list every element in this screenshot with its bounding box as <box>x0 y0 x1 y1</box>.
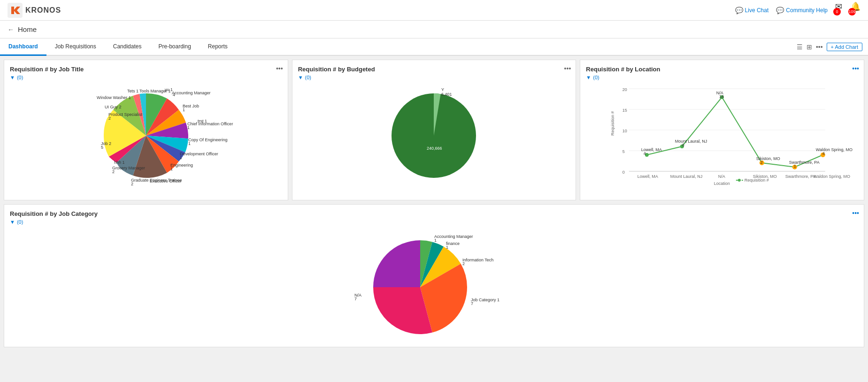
svg-text:1: 1 <box>170 167 173 171</box>
community-icon: 💬 <box>776 7 784 14</box>
chart3-line: 20 15 10 5 0 Requisition # <box>586 84 858 187</box>
svg-text:1: 1 <box>794 164 796 168</box>
add-chart-button[interactable]: + Add Chart <box>827 43 862 51</box>
svg-text:Mount Laural, NJ: Mount Laural, NJ <box>675 139 707 144</box>
chart2-menu[interactable]: ••• <box>564 65 571 72</box>
svg-text:0: 0 <box>622 170 625 175</box>
chart-job-category: Requisition # by Job Category ▼ (0) ••• <box>4 204 864 347</box>
header-left: KRONOS <box>8 3 61 18</box>
chart2-filter-label: (0) <box>305 75 311 80</box>
svg-text:4: 4 <box>644 151 646 156</box>
svg-text:Window Washer 1: Window Washer 1 <box>97 95 131 100</box>
svg-text:Swarthmore, PA: Swarthmore, PA <box>785 174 816 179</box>
svg-text:Y: Y <box>441 87 444 92</box>
chart2-filter: ▼ (0) <box>298 75 570 80</box>
back-button[interactable]: ← <box>8 26 14 33</box>
svg-text:4: 4 <box>822 151 825 156</box>
chart2-pie: Y 6,401 240,666 <box>298 84 570 187</box>
live-chat-label: Live Chat <box>745 7 769 14</box>
notifications-button[interactable]: 🔔 109 <box>850 1 860 19</box>
svg-text:5: 5 <box>622 149 625 154</box>
svg-text:yu 1: yu 1 <box>165 87 173 92</box>
chart1-menu[interactable]: ••• <box>276 65 283 72</box>
tab-candidates[interactable]: Candidates <box>105 38 150 56</box>
grid-view-icon[interactable]: ⊞ <box>807 43 812 51</box>
svg-text:N/A: N/A <box>718 174 725 179</box>
chat-icon: 💬 <box>735 7 743 14</box>
svg-text:2: 2 <box>112 169 115 174</box>
svg-text:1: 1 <box>187 125 190 130</box>
tab-reports[interactable]: Reports <box>200 38 236 56</box>
svg-text:20: 20 <box>622 87 627 92</box>
svg-text:6,401: 6,401 <box>441 92 452 97</box>
svg-text:1: 1 <box>183 107 185 112</box>
header: KRONOS 💬 Live Chat 💬 Community Help ✉ 0 … <box>0 0 868 21</box>
community-help-label: Community Help <box>786 7 828 14</box>
chart-budgeted: Requisition # by Budgeted ▼ (0) ••• Y <box>292 60 576 200</box>
svg-text:Development Officer: Development Officer <box>180 152 218 156</box>
chart2-title: Requisition # by Budgeted <box>298 66 570 73</box>
dashboard: Requisition # by Job Title ▼ (0) ••• <box>0 56 868 351</box>
svg-text:1: 1 <box>188 141 191 146</box>
list-view-icon[interactable]: ☰ <box>797 43 803 51</box>
svg-text:15: 15 <box>622 108 627 113</box>
tab-dashboard[interactable]: Dashboard <box>0 38 46 56</box>
svg-text:4: 4 <box>173 92 175 97</box>
svg-text:Requisition #: Requisition # <box>745 178 769 183</box>
tab-job-requisitions[interactable]: Job Requisitions <box>46 38 105 56</box>
chart1-filter: ▼ (0) <box>10 75 282 80</box>
svg-text:5: 5 <box>101 145 103 150</box>
kronos-logo-icon <box>8 3 23 18</box>
messages-badge: 0 <box>833 8 841 15</box>
svg-text:Information Tech: Information Tech <box>462 258 493 262</box>
svg-text:1: 1 <box>434 238 437 243</box>
filter-icon: ▼ <box>10 75 15 80</box>
svg-text:Waldon Spring, MO: Waldon Spring, MO <box>816 147 853 152</box>
notifications-badge: 109 <box>848 8 856 15</box>
page-title-bar: ← Home <box>0 21 868 38</box>
svg-text:2: 2 <box>131 182 133 186</box>
svg-text:Tets 1: Tets 1 <box>127 89 138 93</box>
chart-location: Requisition # by Location ▼ (0) ••• 20 1… <box>580 60 864 200</box>
svg-text:hhh 1: hhh 1 <box>114 160 125 165</box>
chart-job-title: Requisition # by Job Title ▼ (0) ••• <box>4 60 288 200</box>
svg-text:2: 2 <box>760 160 763 165</box>
svg-text:1: 1 <box>180 155 182 160</box>
svg-text:UI Guy 2: UI Guy 2 <box>105 105 122 109</box>
chart3-menu[interactable]: ••• <box>852 65 859 72</box>
svg-text:Chief Information Officer: Chief Information Officer <box>187 122 233 126</box>
svg-text:2: 2 <box>462 261 465 266</box>
messages-button[interactable]: ✉ 0 <box>835 1 843 19</box>
live-chat-button[interactable]: 💬 Live Chat <box>735 7 769 14</box>
top-charts-row: Requisition # by Job Title ▼ (0) ••• <box>4 60 864 200</box>
chart4-filter-label: (0) <box>17 219 23 225</box>
filter4-icon: ▼ <box>10 219 15 225</box>
svg-text:Location: Location <box>714 181 730 186</box>
more-options-icon[interactable]: ••• <box>816 43 823 51</box>
chart3-svg: 20 15 10 5 0 Requisition # <box>586 84 858 187</box>
svg-text:Accounting Manager: Accounting Manager <box>434 234 473 239</box>
svg-text:Best Job: Best Job <box>183 104 199 108</box>
chart4-filter: ▼ (0) <box>10 219 858 225</box>
svg-text:7: 7 <box>471 301 473 306</box>
svg-text:1: 1 <box>446 245 448 250</box>
chart3-filter-label: (0) <box>593 75 599 80</box>
tab-pre-boarding[interactable]: Pre-boarding <box>150 38 199 56</box>
svg-text:Engineering: Engineering <box>170 163 193 168</box>
svg-text:Requisition #: Requisition # <box>610 111 615 136</box>
svg-text:Mount Laural, NJ: Mount Laural, NJ <box>670 174 703 179</box>
community-help-button[interactable]: 💬 Community Help <box>776 7 828 14</box>
chart4-menu[interactable]: ••• <box>852 209 859 217</box>
svg-text:Job Category 1: Job Category 1 <box>471 298 499 302</box>
svg-text:2: 2 <box>108 116 111 121</box>
chart2-svg: Y 6,401 240,666 <box>363 84 504 187</box>
svg-text:Graduate Engineer Trainee: Graduate Engineer Trainee <box>131 178 182 183</box>
chart1-pie: Accounting Manager 4 Best Job 1 Chief In… <box>10 84 282 187</box>
svg-text:10: 10 <box>622 129 627 133</box>
chart4-title: Requisition # by Job Category <box>10 210 858 217</box>
svg-text:Product Specialist: Product Specialist <box>108 112 143 117</box>
svg-text:7: 7 <box>354 297 357 301</box>
svg-text:240,666: 240,666 <box>427 146 442 151</box>
svg-text:Copy Of Engineering: Copy Of Engineering <box>188 138 228 142</box>
tabs-bar: Dashboard Job Requisitions Candidates Pr… <box>0 38 868 56</box>
